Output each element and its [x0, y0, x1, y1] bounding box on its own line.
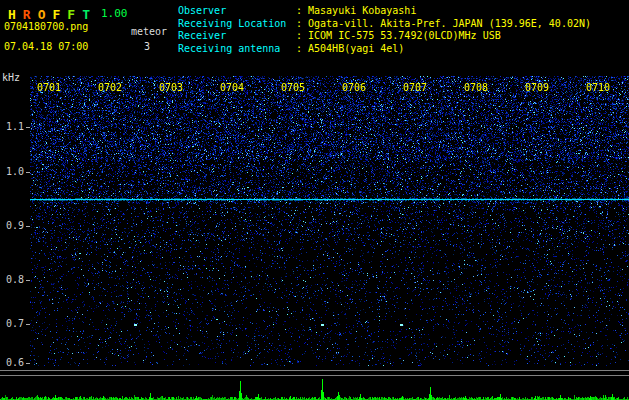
y-tick-label: 1.0 [0, 166, 24, 177]
info-colon: : [296, 43, 302, 56]
x-tick-label: 0703 [159, 82, 183, 93]
logo-letter: F [67, 7, 75, 22]
x-tick-label: 0705 [281, 82, 305, 93]
y-axis-tick [26, 280, 30, 281]
info-label: Receiving antenna [178, 43, 296, 56]
info-label: Receiving Location [178, 18, 296, 31]
hrofft-screen: HROFFT1.00 0704180700.png meteor 3 07.04… [0, 0, 629, 400]
version-label: 1.00 [101, 7, 128, 20]
datetime-label: 07.04.18 07:00 [4, 41, 88, 53]
info-row-observer: Observer:Masayuki Kobayashi [178, 5, 591, 18]
info-row-receiver: Receiver:ICOM IC-575 53.7492(0LCD)MHz US… [178, 30, 591, 43]
y-axis-tick [26, 127, 30, 128]
info-row-antenna: Receiving antenna:A504HB(yagi 4el) [178, 43, 591, 56]
y-axis-unit-label: kHz [2, 72, 20, 84]
x-tick-label: 0706 [342, 82, 366, 93]
logo-letter: T [82, 7, 90, 22]
x-tick-label: 0707 [403, 82, 427, 93]
x-tick-label: 0702 [98, 82, 122, 93]
y-tick-label: 1.1 [0, 121, 24, 132]
logo-letter: R [23, 7, 31, 22]
info-colon: : [296, 30, 302, 43]
y-tick-label: 0.8 [0, 274, 24, 285]
station-info: Observer:Masayuki Kobayashi Receiving Lo… [178, 5, 591, 55]
meteor-count: 3 [144, 41, 150, 53]
mode-label: meteor [131, 26, 167, 38]
y-axis-tick [26, 363, 30, 364]
info-label: Observer [178, 5, 296, 18]
info-value: A504HB(yagi 4el) [308, 43, 404, 56]
logo-letter: O [38, 7, 46, 22]
signal-level-canvas [0, 366, 629, 400]
info-colon: : [296, 18, 302, 31]
logo-letter: H [8, 7, 16, 22]
y-tick-label: 0.9 [0, 220, 24, 231]
info-colon: : [296, 5, 302, 18]
x-tick-label: 0704 [220, 82, 244, 93]
y-axis-tick [26, 226, 30, 227]
y-axis-tick [26, 324, 30, 325]
filename-label: 0704180700.png [4, 21, 88, 33]
info-value: Masayuki Kobayashi [308, 5, 416, 18]
x-tick-label: 0709 [525, 82, 549, 93]
x-tick-label: 0708 [464, 82, 488, 93]
info-value: Ogata-vill. Akita-Pref. JAPAN (139.96E, … [308, 18, 591, 31]
info-row-location: Receiving Location:Ogata-vill. Akita-Pre… [178, 18, 591, 31]
x-tick-label: 0701 [37, 82, 61, 93]
x-tick-label: 0710 [586, 82, 610, 93]
y-tick-label: 0.7 [0, 318, 24, 329]
y-axis-tick [26, 172, 30, 173]
info-label: Receiver [178, 30, 296, 43]
spectrogram-canvas [30, 76, 629, 366]
info-value: ICOM IC-575 53.7492(0LCD)MHz USB [308, 30, 501, 43]
logo-letter: F [52, 7, 60, 22]
